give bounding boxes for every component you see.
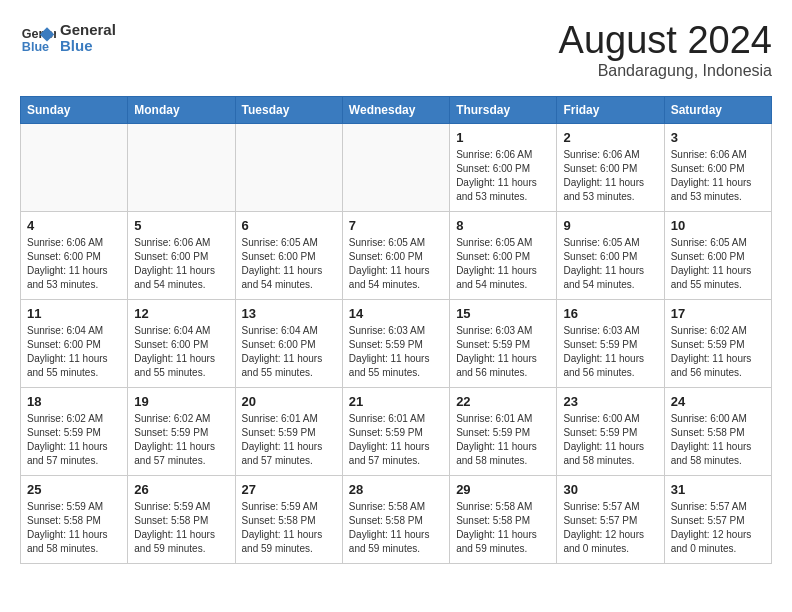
day-info: Sunrise: 5:58 AM Sunset: 5:58 PM Dayligh… <box>349 500 443 556</box>
logo-icon: General Blue <box>20 20 56 56</box>
day-info: Sunrise: 5:57 AM Sunset: 5:57 PM Dayligh… <box>671 500 765 556</box>
day-number: 10 <box>671 217 765 235</box>
calendar-week-3: 11Sunrise: 6:04 AM Sunset: 6:00 PM Dayli… <box>21 299 772 387</box>
day-number: 9 <box>563 217 657 235</box>
calendar-cell: 13Sunrise: 6:04 AM Sunset: 6:00 PM Dayli… <box>235 299 342 387</box>
weekday-header-tuesday: Tuesday <box>235 96 342 123</box>
calendar-cell: 3Sunrise: 6:06 AM Sunset: 6:00 PM Daylig… <box>664 123 771 211</box>
day-info: Sunrise: 6:01 AM Sunset: 5:59 PM Dayligh… <box>349 412 443 468</box>
day-info: Sunrise: 5:57 AM Sunset: 5:57 PM Dayligh… <box>563 500 657 556</box>
day-info: Sunrise: 5:58 AM Sunset: 5:58 PM Dayligh… <box>456 500 550 556</box>
location-subtitle: Bandaragung, Indonesia <box>559 62 772 80</box>
weekday-header-monday: Monday <box>128 96 235 123</box>
calendar-cell: 27Sunrise: 5:59 AM Sunset: 5:58 PM Dayli… <box>235 475 342 563</box>
calendar-cell <box>342 123 449 211</box>
day-number: 28 <box>349 481 443 499</box>
day-number: 17 <box>671 305 765 323</box>
calendar-cell: 31Sunrise: 5:57 AM Sunset: 5:57 PM Dayli… <box>664 475 771 563</box>
calendar-cell: 29Sunrise: 5:58 AM Sunset: 5:58 PM Dayli… <box>450 475 557 563</box>
day-info: Sunrise: 6:05 AM Sunset: 6:00 PM Dayligh… <box>671 236 765 292</box>
day-number: 18 <box>27 393 121 411</box>
day-number: 30 <box>563 481 657 499</box>
calendar-cell: 25Sunrise: 5:59 AM Sunset: 5:58 PM Dayli… <box>21 475 128 563</box>
weekday-header-friday: Friday <box>557 96 664 123</box>
day-info: Sunrise: 6:00 AM Sunset: 5:59 PM Dayligh… <box>563 412 657 468</box>
calendar-cell: 4Sunrise: 6:06 AM Sunset: 6:00 PM Daylig… <box>21 211 128 299</box>
calendar-cell: 20Sunrise: 6:01 AM Sunset: 5:59 PM Dayli… <box>235 387 342 475</box>
calendar-cell: 7Sunrise: 6:05 AM Sunset: 6:00 PM Daylig… <box>342 211 449 299</box>
day-number: 7 <box>349 217 443 235</box>
day-number: 1 <box>456 129 550 147</box>
weekday-header-saturday: Saturday <box>664 96 771 123</box>
calendar-cell: 21Sunrise: 6:01 AM Sunset: 5:59 PM Dayli… <box>342 387 449 475</box>
day-info: Sunrise: 6:05 AM Sunset: 6:00 PM Dayligh… <box>349 236 443 292</box>
calendar-cell: 16Sunrise: 6:03 AM Sunset: 5:59 PM Dayli… <box>557 299 664 387</box>
calendar-cell: 6Sunrise: 6:05 AM Sunset: 6:00 PM Daylig… <box>235 211 342 299</box>
calendar-cell: 17Sunrise: 6:02 AM Sunset: 5:59 PM Dayli… <box>664 299 771 387</box>
calendar-cell: 30Sunrise: 5:57 AM Sunset: 5:57 PM Dayli… <box>557 475 664 563</box>
calendar-cell: 15Sunrise: 6:03 AM Sunset: 5:59 PM Dayli… <box>450 299 557 387</box>
day-number: 15 <box>456 305 550 323</box>
calendar-cell: 9Sunrise: 6:05 AM Sunset: 6:00 PM Daylig… <box>557 211 664 299</box>
calendar-cell: 22Sunrise: 6:01 AM Sunset: 5:59 PM Dayli… <box>450 387 557 475</box>
day-info: Sunrise: 6:01 AM Sunset: 5:59 PM Dayligh… <box>456 412 550 468</box>
calendar-cell: 18Sunrise: 6:02 AM Sunset: 5:59 PM Dayli… <box>21 387 128 475</box>
logo-text-general: General <box>60 22 116 39</box>
day-number: 25 <box>27 481 121 499</box>
day-number: 19 <box>134 393 228 411</box>
svg-text:Blue: Blue <box>22 40 49 54</box>
day-info: Sunrise: 6:05 AM Sunset: 6:00 PM Dayligh… <box>563 236 657 292</box>
page-header: General Blue General Blue August 2024 Ba… <box>20 20 772 80</box>
calendar-cell: 23Sunrise: 6:00 AM Sunset: 5:59 PM Dayli… <box>557 387 664 475</box>
day-number: 20 <box>242 393 336 411</box>
day-info: Sunrise: 6:01 AM Sunset: 5:59 PM Dayligh… <box>242 412 336 468</box>
title-section: August 2024 Bandaragung, Indonesia <box>559 20 772 80</box>
day-number: 21 <box>349 393 443 411</box>
day-number: 2 <box>563 129 657 147</box>
calendar-cell: 8Sunrise: 6:05 AM Sunset: 6:00 PM Daylig… <box>450 211 557 299</box>
calendar-cell: 5Sunrise: 6:06 AM Sunset: 6:00 PM Daylig… <box>128 211 235 299</box>
day-number: 4 <box>27 217 121 235</box>
weekday-header-thursday: Thursday <box>450 96 557 123</box>
day-info: Sunrise: 6:03 AM Sunset: 5:59 PM Dayligh… <box>349 324 443 380</box>
day-info: Sunrise: 6:02 AM Sunset: 5:59 PM Dayligh… <box>134 412 228 468</box>
calendar-cell: 12Sunrise: 6:04 AM Sunset: 6:00 PM Dayli… <box>128 299 235 387</box>
day-number: 6 <box>242 217 336 235</box>
day-info: Sunrise: 5:59 AM Sunset: 5:58 PM Dayligh… <box>134 500 228 556</box>
calendar-cell <box>235 123 342 211</box>
month-title: August 2024 <box>559 20 772 62</box>
day-number: 22 <box>456 393 550 411</box>
day-info: Sunrise: 6:03 AM Sunset: 5:59 PM Dayligh… <box>456 324 550 380</box>
day-info: Sunrise: 6:06 AM Sunset: 6:00 PM Dayligh… <box>456 148 550 204</box>
day-number: 31 <box>671 481 765 499</box>
day-number: 5 <box>134 217 228 235</box>
day-info: Sunrise: 6:06 AM Sunset: 6:00 PM Dayligh… <box>27 236 121 292</box>
weekday-header-sunday: Sunday <box>21 96 128 123</box>
calendar-cell: 11Sunrise: 6:04 AM Sunset: 6:00 PM Dayli… <box>21 299 128 387</box>
calendar-week-1: 1Sunrise: 6:06 AM Sunset: 6:00 PM Daylig… <box>21 123 772 211</box>
calendar-table: SundayMondayTuesdayWednesdayThursdayFrid… <box>20 96 772 564</box>
logo-text-blue: Blue <box>60 38 116 55</box>
day-info: Sunrise: 6:03 AM Sunset: 5:59 PM Dayligh… <box>563 324 657 380</box>
calendar-header-row: SundayMondayTuesdayWednesdayThursdayFrid… <box>21 96 772 123</box>
day-info: Sunrise: 6:04 AM Sunset: 6:00 PM Dayligh… <box>242 324 336 380</box>
calendar-week-2: 4Sunrise: 6:06 AM Sunset: 6:00 PM Daylig… <box>21 211 772 299</box>
day-number: 24 <box>671 393 765 411</box>
day-info: Sunrise: 6:06 AM Sunset: 6:00 PM Dayligh… <box>563 148 657 204</box>
day-info: Sunrise: 6:04 AM Sunset: 6:00 PM Dayligh… <box>27 324 121 380</box>
weekday-header-wednesday: Wednesday <box>342 96 449 123</box>
day-number: 29 <box>456 481 550 499</box>
day-info: Sunrise: 6:04 AM Sunset: 6:00 PM Dayligh… <box>134 324 228 380</box>
calendar-cell: 10Sunrise: 6:05 AM Sunset: 6:00 PM Dayli… <box>664 211 771 299</box>
calendar-cell <box>21 123 128 211</box>
day-info: Sunrise: 6:00 AM Sunset: 5:58 PM Dayligh… <box>671 412 765 468</box>
day-info: Sunrise: 6:05 AM Sunset: 6:00 PM Dayligh… <box>242 236 336 292</box>
calendar-cell: 1Sunrise: 6:06 AM Sunset: 6:00 PM Daylig… <box>450 123 557 211</box>
day-number: 23 <box>563 393 657 411</box>
calendar-cell <box>128 123 235 211</box>
logo: General Blue General Blue <box>20 20 116 56</box>
calendar-week-5: 25Sunrise: 5:59 AM Sunset: 5:58 PM Dayli… <box>21 475 772 563</box>
day-number: 13 <box>242 305 336 323</box>
day-info: Sunrise: 6:05 AM Sunset: 6:00 PM Dayligh… <box>456 236 550 292</box>
day-number: 16 <box>563 305 657 323</box>
